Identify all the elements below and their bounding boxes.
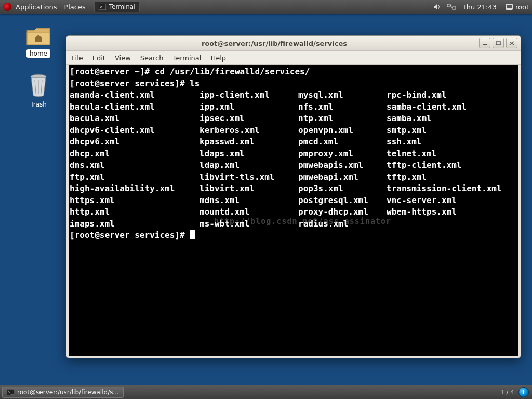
window-minimize-button[interactable] bbox=[479, 38, 490, 48]
ls-entry bbox=[387, 218, 518, 230]
terminal-line: [root@server services]# ls bbox=[70, 78, 518, 90]
ls-entry: high-availability.xml bbox=[70, 183, 200, 195]
desktop-icon-trash[interactable]: Trash bbox=[20, 73, 57, 109]
ls-entry: imaps.xml bbox=[70, 218, 200, 230]
terminal-line: dhcpv6.xmlkpasswd.xmlpmcd.xmlssh.xml bbox=[70, 136, 518, 148]
ls-entry: ipp.xml bbox=[200, 101, 298, 113]
ls-entry: mountd.xml bbox=[200, 206, 298, 218]
folder-home-icon bbox=[26, 26, 51, 47]
ls-entry: kerberos.xml bbox=[200, 125, 298, 137]
user-icon bbox=[505, 3, 513, 10]
ls-entry: pop3s.xml bbox=[298, 183, 387, 195]
svg-text:>_: >_ bbox=[8, 390, 14, 395]
ls-entry: pmwebapis.xml bbox=[298, 159, 387, 171]
desktop[interactable]: home Trash root@server:/usr/lib/firewall… bbox=[0, 14, 532, 385]
terminal-window: root@server:/usr/lib/firewalld/services … bbox=[66, 35, 521, 358]
ls-entry: mdns.xml bbox=[200, 195, 298, 207]
ls-entry: postgresql.xml bbox=[298, 195, 387, 207]
window-titlebar[interactable]: root@server:/usr/lib/firewalld/services bbox=[66, 36, 521, 51]
bottom-panel: >_ root@server:/usr/lib/firewalld/s... 1… bbox=[0, 385, 532, 399]
ls-entry: pmcd.xml bbox=[298, 136, 387, 148]
ls-entry: ldaps.xml bbox=[200, 148, 298, 160]
ls-entry: tftp.xml bbox=[387, 171, 518, 183]
window-close-button[interactable] bbox=[506, 38, 517, 48]
svg-rect-6 bbox=[507, 5, 512, 8]
terminal-line: [root@server ~]# cd /usr/lib/firewalld/s… bbox=[70, 66, 518, 78]
user-label: root bbox=[515, 3, 529, 11]
ls-entry: smtp.xml bbox=[387, 125, 518, 137]
ls-entry: dhcpv6.xml bbox=[70, 136, 200, 148]
taskbar-item-label: root@server:/usr/lib/firewalld/s... bbox=[17, 389, 119, 396]
clock[interactable]: Thu 21:43 bbox=[462, 3, 497, 11]
ls-entry: https.xml bbox=[70, 195, 200, 207]
places-menu[interactable]: Places bbox=[64, 3, 85, 11]
ls-entry: ms-wbt.xml bbox=[200, 218, 298, 230]
menubar: File Edit View Search Terminal Help bbox=[66, 51, 521, 65]
desktop-icon-label: Trash bbox=[27, 100, 50, 109]
ls-entry: ipsec.xml bbox=[200, 113, 298, 125]
ls-entry: mysql.xml bbox=[298, 89, 387, 101]
ls-entry: ldap.xml bbox=[200, 159, 298, 171]
network-icon[interactable] bbox=[447, 3, 456, 10]
ls-entry: ipp-client.xml bbox=[200, 89, 298, 101]
ls-entry: nfs.xml bbox=[298, 101, 387, 113]
ls-entry: wbem-https.xml bbox=[387, 206, 518, 218]
ls-entry: bacula-client.xml bbox=[70, 101, 200, 113]
terminal-line: bacula-client.xmlipp.xmlnfs.xmlsamba-cli… bbox=[70, 101, 518, 113]
terminal-line: bacula.xmlipsec.xmlntp.xmlsamba.xml bbox=[70, 113, 518, 125]
ls-entry: ssh.xml bbox=[387, 136, 518, 148]
svg-text:>_: >_ bbox=[100, 4, 105, 9]
top-panel: Applications Places >_ Terminal Thu 21:4… bbox=[0, 0, 532, 14]
trash-icon bbox=[28, 73, 49, 98]
menu-edit[interactable]: Edit bbox=[92, 54, 105, 62]
svg-rect-12 bbox=[496, 42, 500, 45]
terminal-viewport[interactable]: [root@server ~]# cd /usr/lib/firewalld/s… bbox=[69, 65, 518, 356]
ls-entry: dhcp.xml bbox=[70, 148, 200, 160]
window-title: root@server:/usr/lib/firewalld/services bbox=[70, 39, 479, 47]
terminal-line: high-availability.xmllibvirt.xmlpop3s.xm… bbox=[70, 183, 518, 195]
cursor-icon bbox=[190, 230, 195, 239]
volume-icon[interactable] bbox=[433, 3, 442, 10]
show-desktop-icon[interactable]: i bbox=[518, 387, 529, 397]
top-task-label: Terminal bbox=[109, 3, 136, 10]
terminal-line: ftp.xmllibvirt-tls.xmlpmwebapi.xmltftp.x… bbox=[70, 171, 518, 183]
taskbar-item-terminal[interactable]: >_ root@server:/usr/lib/firewalld/s... bbox=[2, 387, 124, 398]
window-maximize-button[interactable] bbox=[493, 38, 504, 48]
terminal-line: http.xmlmountd.xmlproxy-dhcp.xmlwbem-htt… bbox=[70, 206, 518, 218]
ls-entry: vnc-server.xml bbox=[387, 195, 518, 207]
menu-view[interactable]: View bbox=[115, 54, 131, 62]
menu-file[interactable]: File bbox=[72, 54, 83, 62]
user-menu[interactable]: root bbox=[505, 3, 529, 11]
ls-entry: kpasswd.xml bbox=[200, 136, 298, 148]
ls-entry: libvirt-tls.xml bbox=[200, 171, 298, 183]
terminal-line: amanda-client.xmlipp-client.xmlmysql.xml… bbox=[70, 89, 518, 101]
workspace-indicator[interactable]: 1 / 4 bbox=[500, 389, 514, 396]
terminal-line: dhcpv6-client.xmlkerberos.xmlopenvpn.xml… bbox=[70, 125, 518, 137]
ls-entry: pmproxy.xml bbox=[298, 148, 387, 160]
ls-entry: http.xml bbox=[70, 206, 200, 218]
ls-entry: dns.xml bbox=[70, 159, 200, 171]
svg-marker-2 bbox=[434, 4, 437, 10]
ls-entry: libvirt.xml bbox=[200, 183, 298, 195]
terminal-line: dns.xmlldap.xmlpmwebapis.xmltftp-client.… bbox=[70, 159, 518, 171]
ls-entry: transmission-client.xml bbox=[387, 183, 518, 195]
top-task-terminal[interactable]: >_ Terminal bbox=[94, 1, 140, 12]
svg-rect-3 bbox=[447, 4, 450, 7]
ls-entry: openvpn.xml bbox=[298, 125, 387, 137]
ls-entry: ntp.xml bbox=[298, 113, 387, 125]
terminal-icon: >_ bbox=[99, 4, 106, 10]
ls-entry: telnet.xml bbox=[387, 148, 518, 160]
desktop-icon-home[interactable]: home bbox=[20, 26, 57, 58]
ls-entry: bacula.xml bbox=[70, 113, 200, 125]
menu-terminal[interactable]: Terminal bbox=[172, 54, 201, 62]
ls-entry: rpc-bind.xml bbox=[387, 89, 518, 101]
svg-rect-4 bbox=[453, 7, 456, 9]
ls-entry: samba-client.xml bbox=[387, 101, 518, 113]
menu-help[interactable]: Help bbox=[210, 54, 226, 62]
ls-entry: amanda-client.xml bbox=[70, 89, 200, 101]
applications-menu[interactable]: Applications bbox=[16, 3, 57, 11]
ls-entry: proxy-dhcp.xml bbox=[298, 206, 387, 218]
menu-search[interactable]: Search bbox=[140, 54, 164, 62]
ls-entry: pmwebapi.xml bbox=[298, 171, 387, 183]
ls-entry: dhcpv6-client.xml bbox=[70, 125, 200, 137]
